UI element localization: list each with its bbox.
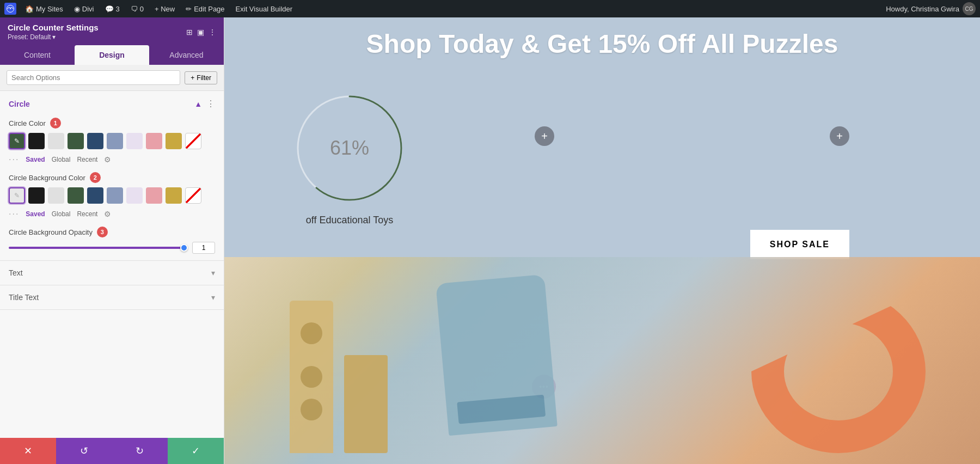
opacity-control: 1 bbox=[9, 242, 215, 254]
filter-button[interactable]: + Filter bbox=[185, 71, 217, 84]
add-content-button-1[interactable]: + bbox=[535, 126, 554, 146]
sidebar-header: Circle Counter Settings Preset: Default … bbox=[0, 17, 224, 45]
color-swatch-white[interactable] bbox=[48, 133, 64, 149]
tab-advanced[interactable]: Advanced bbox=[149, 45, 224, 65]
comments-menu[interactable]: 💬 3 bbox=[101, 0, 124, 17]
undo-button[interactable]: ↺ bbox=[56, 438, 112, 464]
color-swatch-darkgreen[interactable] bbox=[68, 133, 84, 149]
circle-color-label: Circle Color 1 bbox=[0, 115, 224, 133]
tab-content[interactable]: Content bbox=[0, 45, 75, 65]
divi-menu[interactable]: ◉ Divi bbox=[70, 0, 99, 17]
bg-color-swatch-darkgreen[interactable] bbox=[68, 187, 84, 204]
more-icon[interactable]: ⋮ bbox=[209, 28, 216, 36]
gear-icon[interactable]: ⚙ bbox=[104, 210, 111, 218]
home-icon: 🏠 bbox=[25, 5, 34, 13]
circle-bg-color-custom-swatch[interactable]: ✎ bbox=[9, 187, 25, 204]
recent-button[interactable]: Recent bbox=[77, 156, 97, 163]
save-button[interactable]: ✓ bbox=[168, 438, 224, 464]
new-post-button[interactable]: + New bbox=[150, 0, 179, 17]
add-content-button-2[interactable]: + bbox=[830, 126, 849, 146]
chevron-down-icon: ▾ bbox=[211, 268, 215, 277]
main-content: Shop Today & Get 15% Off All Puzzles 61%… bbox=[224, 17, 980, 464]
step-1-badge: 1 bbox=[50, 118, 61, 129]
color-swatch-navy[interactable] bbox=[87, 133, 103, 149]
wp-logo-icon[interactable] bbox=[4, 3, 16, 15]
bg-color-swatch-pink[interactable] bbox=[146, 187, 162, 204]
edit-page-button[interactable]: ✏ Edit Page bbox=[181, 0, 229, 17]
color-swatch-lavender[interactable] bbox=[126, 133, 143, 149]
redo-icon: ↻ bbox=[136, 445, 144, 457]
layout-icon[interactable]: ▣ bbox=[197, 28, 204, 36]
opacity-value[interactable]: 1 bbox=[192, 242, 215, 254]
search-bar: + Filter bbox=[0, 65, 224, 91]
page-heading: Shop Today & Get 15% Off All Puzzles bbox=[224, 17, 980, 65]
saved-button[interactable]: Saved bbox=[26, 156, 45, 163]
comment-icon: 💬 bbox=[105, 5, 114, 13]
circle-percent-label: 61% bbox=[330, 137, 369, 160]
text-section[interactable]: Text ▾ bbox=[0, 261, 224, 285]
color-swatch-none[interactable] bbox=[185, 133, 201, 149]
color-swatch-blue[interactable] bbox=[107, 133, 123, 149]
circle-color-custom-swatch[interactable]: ✎ bbox=[9, 133, 25, 149]
opacity-slider[interactable] bbox=[9, 247, 187, 249]
toy-wrench bbox=[436, 274, 558, 436]
toy-block-2 bbox=[344, 355, 388, 453]
saved-button[interactable]: Saved bbox=[26, 210, 45, 218]
collapse-icon[interactable]: ▲ bbox=[194, 100, 202, 108]
settings-tabs: Content Design Advanced bbox=[0, 45, 224, 65]
bg-color-swatch-gold[interactable] bbox=[166, 187, 182, 204]
color-swatch-black[interactable] bbox=[28, 133, 45, 149]
global-button[interactable]: Global bbox=[52, 156, 71, 163]
bg-color-swatch-navy[interactable] bbox=[87, 187, 103, 204]
bg-color-swatch-black[interactable] bbox=[28, 187, 45, 204]
my-sites-menu[interactable]: 🏠 My Sites bbox=[21, 0, 68, 17]
main-layout: Circle Counter Settings Preset: Default … bbox=[0, 17, 980, 464]
search-input[interactable] bbox=[7, 70, 180, 85]
sidebar-header-info: Circle Counter Settings Preset: Default … bbox=[8, 23, 99, 41]
circle-bg-color-meta: ··· Saved Global Recent ⚙ bbox=[0, 207, 224, 224]
circle-color-meta: ··· Saved Global Recent ⚙ bbox=[0, 152, 224, 170]
header-icons: ⊞ ▣ ⋮ bbox=[186, 28, 216, 36]
dots-icon[interactable]: ··· bbox=[9, 155, 19, 164]
section-menu-icon[interactable]: ⋮ bbox=[206, 99, 215, 109]
color-swatch-gold[interactable] bbox=[166, 133, 182, 149]
gear-icon[interactable]: ⚙ bbox=[104, 155, 111, 164]
wp-admin-bar: 🏠 My Sites ◉ Divi 💬 3 🗨 0 + New ✏ Edit P… bbox=[0, 0, 980, 17]
recent-button[interactable]: Recent bbox=[77, 210, 97, 218]
avatar: CG bbox=[963, 2, 976, 15]
redo-button[interactable]: ↻ bbox=[112, 438, 168, 464]
circle-subtitle: off Educational Toys bbox=[290, 215, 409, 226]
color-swatch-pink[interactable] bbox=[146, 133, 162, 149]
user-menu[interactable]: Howdy, Christina Gwira CG bbox=[886, 2, 976, 15]
step-2-badge: 2 bbox=[90, 172, 101, 183]
chevron-down-icon: ▾ bbox=[211, 293, 215, 302]
pencil-icon: ✏ bbox=[186, 5, 192, 13]
chevron-down-icon: ▾ bbox=[52, 33, 56, 41]
chat-menu[interactable]: 🗨 0 bbox=[126, 0, 148, 17]
exit-visual-builder-button[interactable]: Exit Visual Builder bbox=[231, 0, 297, 17]
opacity-slider-thumb[interactable] bbox=[180, 244, 188, 252]
circle-bg-color-swatches: ✎ bbox=[0, 187, 224, 207]
chat-icon: 🗨 bbox=[131, 5, 138, 13]
bg-color-swatch-none[interactable] bbox=[185, 187, 201, 204]
bg-color-swatch-blue[interactable] bbox=[107, 187, 123, 204]
undo-icon: ↺ bbox=[80, 445, 88, 457]
text-section-title: Text bbox=[9, 268, 23, 277]
sidebar-panel: Circle Counter Settings Preset: Default … bbox=[0, 17, 224, 464]
pencil-icon: ✎ bbox=[14, 137, 20, 145]
shop-sale-button[interactable]: SHOP SALE bbox=[750, 230, 849, 259]
expand-icon[interactable]: ⊞ bbox=[186, 28, 193, 36]
preset-selector[interactable]: Preset: Default ▾ bbox=[8, 33, 99, 41]
tab-design[interactable]: Design bbox=[75, 45, 149, 65]
dots-icon[interactable]: ··· bbox=[9, 209, 19, 219]
module-title: Circle Counter Settings bbox=[8, 23, 99, 32]
pencil-icon: ✎ bbox=[14, 192, 20, 199]
bg-color-swatch-lavender[interactable] bbox=[126, 187, 143, 204]
cancel-button[interactable]: ✕ bbox=[0, 438, 56, 464]
circle-section-header[interactable]: Circle ▲ ⋮ bbox=[0, 91, 224, 115]
bg-color-swatch-white[interactable] bbox=[48, 187, 64, 204]
title-text-section[interactable]: Title Text ▾ bbox=[0, 285, 224, 310]
opacity-row: Circle Background Opacity 3 1 bbox=[0, 224, 224, 260]
global-button[interactable]: Global bbox=[52, 210, 71, 218]
circle-counter: 61% off Educational Toys bbox=[290, 88, 409, 226]
